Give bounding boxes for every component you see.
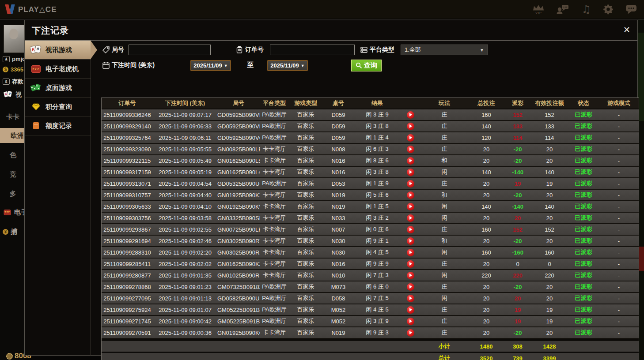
table-number-cell: N016 bbox=[322, 169, 354, 176]
dominoes-icon bbox=[30, 83, 42, 92]
payout-cell: 152 bbox=[504, 112, 531, 118]
replay-button[interactable] bbox=[407, 306, 414, 314]
sidebar-item-slots[interactable]: 777 电子老虎机 bbox=[25, 60, 91, 79]
platform-cell: 卡卡湾厅 bbox=[260, 248, 289, 256]
platform-type-value: 1.全部 bbox=[405, 46, 421, 54]
replay-button[interactable] bbox=[407, 191, 414, 199]
order-cell: 251109099310757 bbox=[102, 192, 153, 199]
time-cell: 2025-11-09 09:07:17 bbox=[153, 112, 217, 118]
replay-button[interactable] bbox=[407, 123, 414, 130]
replay-button[interactable] bbox=[407, 169, 414, 176]
time-cell: 2025-11-09 09:05:19 bbox=[153, 169, 217, 176]
order-cell: 251109099275924 bbox=[102, 307, 153, 313]
replay-button[interactable] bbox=[407, 226, 414, 233]
replay-button[interactable] bbox=[407, 157, 414, 165]
valid-bet-cell: 19 bbox=[531, 307, 568, 313]
replay-button[interactable] bbox=[407, 146, 414, 153]
app-content-divider bbox=[0, 19, 644, 19]
table-number-cell: D053 bbox=[322, 180, 354, 187]
method-cell: 闲 bbox=[420, 271, 468, 279]
replay-button[interactable] bbox=[407, 203, 414, 210]
payout-cell: 20 bbox=[504, 295, 531, 302]
payout-cell: 0 bbox=[504, 261, 531, 267]
platform-cell: 卡卡湾厅 bbox=[260, 329, 289, 337]
date-from-picker[interactable]: 2025/11/09▼ bbox=[190, 60, 231, 71]
result-cell: 闲 0 庄 6 bbox=[354, 225, 400, 233]
method-cell: 和 bbox=[420, 191, 468, 199]
time-cell: 2025-11-09 09:01:23 bbox=[153, 284, 217, 290]
valid-bet-cell: 133 bbox=[531, 123, 568, 130]
mode-cell: - bbox=[599, 123, 639, 130]
table-body: 2511090993362462025-11-09 09:07:17GD0592… bbox=[102, 109, 639, 339]
status-cell: 已派彩 bbox=[568, 306, 599, 314]
music-icon[interactable]: ♫ bbox=[581, 4, 591, 15]
payout-cell: 220 bbox=[504, 272, 531, 279]
column-header: 平台类型 bbox=[260, 99, 289, 107]
replay-cell bbox=[400, 180, 420, 188]
replay-button[interactable] bbox=[407, 180, 414, 188]
time-cell: 2025-11-09 09:06:11 bbox=[153, 135, 217, 141]
date-to-picker[interactable]: 2025/11/09▼ bbox=[267, 60, 308, 71]
total-valid: 3399 bbox=[531, 355, 568, 360]
replay-button[interactable] bbox=[407, 318, 414, 325]
replay-button[interactable] bbox=[407, 214, 414, 222]
time-cell: 2025-11-09 09:04:10 bbox=[153, 203, 217, 210]
round-input[interactable] bbox=[129, 45, 211, 55]
replay-button[interactable] bbox=[407, 237, 414, 245]
table-row: 2511090993362462025-11-09 09:07:17GD0592… bbox=[102, 109, 639, 121]
replay-button[interactable] bbox=[407, 249, 414, 256]
status-cell: 已派彩 bbox=[568, 157, 599, 165]
vip-crown-icon[interactable]: VIP bbox=[533, 4, 544, 15]
total-payout: 739 bbox=[504, 355, 531, 360]
game-type-cell: 百家乐 bbox=[289, 122, 322, 130]
platform-type-select[interactable]: 1.全部 ▼ bbox=[401, 45, 488, 55]
sidebar-item-table-games[interactable]: 桌面游戏 bbox=[25, 79, 91, 98]
table-number-cell: N019 bbox=[322, 192, 354, 199]
time-cell: 2025-11-09 09:04:54 bbox=[153, 180, 217, 187]
game-type-cell: 百家乐 bbox=[289, 214, 322, 222]
mode-cell: - bbox=[599, 192, 639, 199]
replay-cell bbox=[400, 111, 420, 119]
result-cell: 闲 9 庄 9 bbox=[354, 260, 400, 268]
replay-button[interactable] bbox=[407, 134, 414, 142]
order-cell: 251109099336246 bbox=[102, 112, 153, 118]
sidebar-item-label: 积分查询 bbox=[45, 103, 72, 111]
table-number-cell: N016 bbox=[322, 261, 354, 267]
method-cell: 和 bbox=[420, 237, 468, 245]
sidebar-item-points-query[interactable]: 积分查询 bbox=[25, 98, 91, 116]
replay-button[interactable] bbox=[407, 111, 414, 119]
replay-button[interactable] bbox=[407, 272, 414, 279]
settings-gear-icon[interactable] bbox=[603, 4, 614, 15]
close-icon[interactable]: ✕ bbox=[623, 26, 630, 34]
search-button[interactable]: 查询 bbox=[351, 60, 382, 71]
valid-bet-cell: 20 bbox=[531, 215, 568, 221]
table-row: 2511090993056332025-11-09 09:04:10GN0192… bbox=[102, 201, 639, 213]
round-cell: GN00825B090LB bbox=[217, 146, 260, 153]
sidebar-item-video-games[interactable]: K9 视讯游戏 bbox=[25, 41, 91, 60]
platform-cell: 卡卡湾厅 bbox=[260, 214, 289, 222]
replay-cell bbox=[400, 214, 420, 222]
valid-bet-cell: 220 bbox=[531, 272, 568, 279]
time-cell: 2025-11-09 09:00:36 bbox=[153, 330, 217, 336]
replay-button[interactable] bbox=[407, 283, 414, 291]
replay-button[interactable] bbox=[407, 260, 414, 268]
replay-button[interactable] bbox=[407, 295, 414, 302]
user-chat-icon[interactable] bbox=[556, 4, 569, 15]
table-row: 2511090992883102025-11-09 09:02:20GN0302… bbox=[102, 247, 639, 259]
result-cell: 闲 1 庄 4 bbox=[354, 134, 400, 142]
replay-button[interactable] bbox=[407, 329, 414, 337]
order-input[interactable] bbox=[270, 45, 355, 55]
result-cell: 闲 3 庄 9 bbox=[354, 111, 400, 119]
column-header: 状态 bbox=[568, 99, 599, 107]
round-cell: GN03025B090RY bbox=[217, 238, 260, 244]
valid-bet-cell: 20 bbox=[531, 192, 568, 199]
clipboard-icon bbox=[235, 46, 243, 54]
replay-cell bbox=[400, 237, 420, 245]
table-row: 2511090993230902025-11-09 09:05:55GN0082… bbox=[102, 144, 639, 155]
result-cell: 闲 6 庄 3 bbox=[354, 145, 400, 153]
sidebar-item-quota-records[interactable]: 额度记录 bbox=[25, 116, 91, 135]
document-icon bbox=[30, 122, 42, 129]
valid-bet-cell: 20 bbox=[531, 158, 568, 164]
chat-bubble-icon[interactable] bbox=[625, 4, 637, 15]
replay-cell bbox=[400, 157, 420, 165]
